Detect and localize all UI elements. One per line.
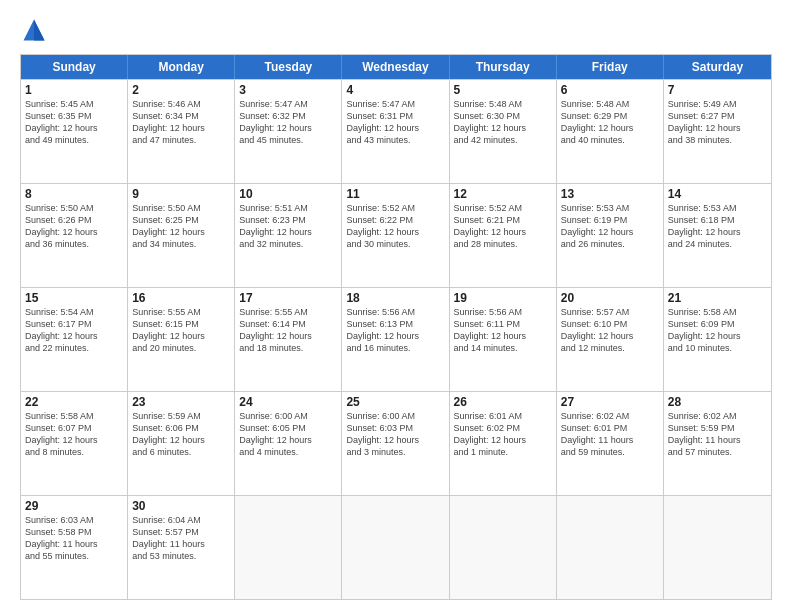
cal-cell: 11Sunrise: 5:52 AM Sunset: 6:22 PM Dayli… xyxy=(342,184,449,287)
day-number: 26 xyxy=(454,395,552,409)
cal-cell: 2Sunrise: 5:46 AM Sunset: 6:34 PM Daylig… xyxy=(128,80,235,183)
day-info: Sunrise: 5:49 AM Sunset: 6:27 PM Dayligh… xyxy=(668,98,767,147)
header-cell-monday: Monday xyxy=(128,55,235,79)
day-number: 9 xyxy=(132,187,230,201)
day-number: 23 xyxy=(132,395,230,409)
logo-icon xyxy=(20,16,48,44)
day-number: 18 xyxy=(346,291,444,305)
day-number: 10 xyxy=(239,187,337,201)
calendar-header: SundayMondayTuesdayWednesdayThursdayFrid… xyxy=(21,55,771,79)
day-number: 16 xyxy=(132,291,230,305)
cal-cell: 19Sunrise: 5:56 AM Sunset: 6:11 PM Dayli… xyxy=(450,288,557,391)
cal-cell: 21Sunrise: 5:58 AM Sunset: 6:09 PM Dayli… xyxy=(664,288,771,391)
calendar-row-1: 1Sunrise: 5:45 AM Sunset: 6:35 PM Daylig… xyxy=(21,79,771,183)
day-number: 8 xyxy=(25,187,123,201)
day-number: 19 xyxy=(454,291,552,305)
cal-cell: 5Sunrise: 5:48 AM Sunset: 6:30 PM Daylig… xyxy=(450,80,557,183)
day-info: Sunrise: 5:59 AM Sunset: 6:06 PM Dayligh… xyxy=(132,410,230,459)
day-info: Sunrise: 5:47 AM Sunset: 6:32 PM Dayligh… xyxy=(239,98,337,147)
day-info: Sunrise: 6:01 AM Sunset: 6:02 PM Dayligh… xyxy=(454,410,552,459)
cal-cell xyxy=(450,496,557,599)
day-info: Sunrise: 5:45 AM Sunset: 6:35 PM Dayligh… xyxy=(25,98,123,147)
page: SundayMondayTuesdayWednesdayThursdayFrid… xyxy=(0,0,792,612)
cal-cell: 18Sunrise: 5:56 AM Sunset: 6:13 PM Dayli… xyxy=(342,288,449,391)
day-number: 17 xyxy=(239,291,337,305)
day-number: 14 xyxy=(668,187,767,201)
cal-cell xyxy=(342,496,449,599)
header-cell-friday: Friday xyxy=(557,55,664,79)
day-number: 27 xyxy=(561,395,659,409)
header-cell-sunday: Sunday xyxy=(21,55,128,79)
cal-cell: 24Sunrise: 6:00 AM Sunset: 6:05 PM Dayli… xyxy=(235,392,342,495)
day-number: 21 xyxy=(668,291,767,305)
day-info: Sunrise: 5:58 AM Sunset: 6:07 PM Dayligh… xyxy=(25,410,123,459)
day-info: Sunrise: 5:47 AM Sunset: 6:31 PM Dayligh… xyxy=(346,98,444,147)
day-info: Sunrise: 5:46 AM Sunset: 6:34 PM Dayligh… xyxy=(132,98,230,147)
day-info: Sunrise: 6:00 AM Sunset: 6:05 PM Dayligh… xyxy=(239,410,337,459)
day-info: Sunrise: 5:50 AM Sunset: 6:26 PM Dayligh… xyxy=(25,202,123,251)
calendar-row-3: 15Sunrise: 5:54 AM Sunset: 6:17 PM Dayli… xyxy=(21,287,771,391)
cal-cell: 13Sunrise: 5:53 AM Sunset: 6:19 PM Dayli… xyxy=(557,184,664,287)
cal-cell: 26Sunrise: 6:01 AM Sunset: 6:02 PM Dayli… xyxy=(450,392,557,495)
cal-cell: 15Sunrise: 5:54 AM Sunset: 6:17 PM Dayli… xyxy=(21,288,128,391)
day-number: 13 xyxy=(561,187,659,201)
day-info: Sunrise: 5:57 AM Sunset: 6:10 PM Dayligh… xyxy=(561,306,659,355)
day-info: Sunrise: 5:55 AM Sunset: 6:14 PM Dayligh… xyxy=(239,306,337,355)
cal-cell: 22Sunrise: 5:58 AM Sunset: 6:07 PM Dayli… xyxy=(21,392,128,495)
day-number: 20 xyxy=(561,291,659,305)
cal-cell: 4Sunrise: 5:47 AM Sunset: 6:31 PM Daylig… xyxy=(342,80,449,183)
cal-cell: 10Sunrise: 5:51 AM Sunset: 6:23 PM Dayli… xyxy=(235,184,342,287)
cal-cell: 8Sunrise: 5:50 AM Sunset: 6:26 PM Daylig… xyxy=(21,184,128,287)
day-info: Sunrise: 5:52 AM Sunset: 6:21 PM Dayligh… xyxy=(454,202,552,251)
calendar-body: 1Sunrise: 5:45 AM Sunset: 6:35 PM Daylig… xyxy=(21,79,771,599)
day-number: 7 xyxy=(668,83,767,97)
calendar-row-4: 22Sunrise: 5:58 AM Sunset: 6:07 PM Dayli… xyxy=(21,391,771,495)
day-number: 1 xyxy=(25,83,123,97)
day-info: Sunrise: 5:56 AM Sunset: 6:13 PM Dayligh… xyxy=(346,306,444,355)
svg-marker-1 xyxy=(34,20,45,41)
cal-cell: 29Sunrise: 6:03 AM Sunset: 5:58 PM Dayli… xyxy=(21,496,128,599)
day-number: 25 xyxy=(346,395,444,409)
cal-cell: 9Sunrise: 5:50 AM Sunset: 6:25 PM Daylig… xyxy=(128,184,235,287)
day-number: 28 xyxy=(668,395,767,409)
day-info: Sunrise: 6:02 AM Sunset: 6:01 PM Dayligh… xyxy=(561,410,659,459)
cal-cell: 1Sunrise: 5:45 AM Sunset: 6:35 PM Daylig… xyxy=(21,80,128,183)
header xyxy=(20,16,772,44)
day-number: 4 xyxy=(346,83,444,97)
cal-cell xyxy=(557,496,664,599)
day-info: Sunrise: 5:54 AM Sunset: 6:17 PM Dayligh… xyxy=(25,306,123,355)
day-number: 6 xyxy=(561,83,659,97)
day-info: Sunrise: 5:52 AM Sunset: 6:22 PM Dayligh… xyxy=(346,202,444,251)
day-number: 30 xyxy=(132,499,230,513)
day-info: Sunrise: 5:51 AM Sunset: 6:23 PM Dayligh… xyxy=(239,202,337,251)
day-info: Sunrise: 5:50 AM Sunset: 6:25 PM Dayligh… xyxy=(132,202,230,251)
header-cell-thursday: Thursday xyxy=(450,55,557,79)
cal-cell: 23Sunrise: 5:59 AM Sunset: 6:06 PM Dayli… xyxy=(128,392,235,495)
day-info: Sunrise: 6:04 AM Sunset: 5:57 PM Dayligh… xyxy=(132,514,230,563)
cal-cell: 28Sunrise: 6:02 AM Sunset: 5:59 PM Dayli… xyxy=(664,392,771,495)
logo xyxy=(20,16,50,44)
cal-cell: 27Sunrise: 6:02 AM Sunset: 6:01 PM Dayli… xyxy=(557,392,664,495)
cal-cell: 14Sunrise: 5:53 AM Sunset: 6:18 PM Dayli… xyxy=(664,184,771,287)
cal-cell: 12Sunrise: 5:52 AM Sunset: 6:21 PM Dayli… xyxy=(450,184,557,287)
day-number: 24 xyxy=(239,395,337,409)
cal-cell: 20Sunrise: 5:57 AM Sunset: 6:10 PM Dayli… xyxy=(557,288,664,391)
day-info: Sunrise: 5:58 AM Sunset: 6:09 PM Dayligh… xyxy=(668,306,767,355)
day-info: Sunrise: 5:53 AM Sunset: 6:18 PM Dayligh… xyxy=(668,202,767,251)
day-info: Sunrise: 6:00 AM Sunset: 6:03 PM Dayligh… xyxy=(346,410,444,459)
day-number: 11 xyxy=(346,187,444,201)
day-number: 2 xyxy=(132,83,230,97)
day-number: 3 xyxy=(239,83,337,97)
calendar-row-5: 29Sunrise: 6:03 AM Sunset: 5:58 PM Dayli… xyxy=(21,495,771,599)
cal-cell: 25Sunrise: 6:00 AM Sunset: 6:03 PM Dayli… xyxy=(342,392,449,495)
header-cell-tuesday: Tuesday xyxy=(235,55,342,79)
cal-cell: 7Sunrise: 5:49 AM Sunset: 6:27 PM Daylig… xyxy=(664,80,771,183)
calendar-row-2: 8Sunrise: 5:50 AM Sunset: 6:26 PM Daylig… xyxy=(21,183,771,287)
day-number: 29 xyxy=(25,499,123,513)
cal-cell: 6Sunrise: 5:48 AM Sunset: 6:29 PM Daylig… xyxy=(557,80,664,183)
day-info: Sunrise: 6:03 AM Sunset: 5:58 PM Dayligh… xyxy=(25,514,123,563)
day-info: Sunrise: 6:02 AM Sunset: 5:59 PM Dayligh… xyxy=(668,410,767,459)
day-number: 15 xyxy=(25,291,123,305)
day-number: 12 xyxy=(454,187,552,201)
cal-cell: 3Sunrise: 5:47 AM Sunset: 6:32 PM Daylig… xyxy=(235,80,342,183)
